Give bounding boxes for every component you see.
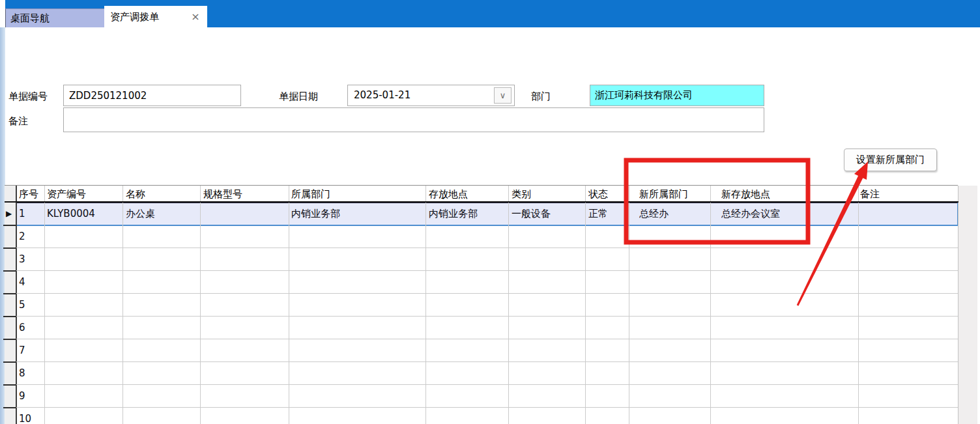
grid-cell[interactable]: 9 — [19, 385, 44, 408]
doc-no-label: 单据编号 — [8, 91, 48, 103]
grid-hline — [16, 407, 958, 408]
column-header-9[interactable]: 新存放地点 — [721, 186, 858, 203]
grid-cell[interactable]: 内销业务部 — [429, 203, 508, 225]
row-selector-gutter[interactable] — [5, 203, 16, 424]
column-header-6[interactable]: 类别 — [512, 186, 585, 203]
grid-vline — [200, 186, 201, 424]
tab-desktop-navigation[interactable]: 桌面导航 — [5, 8, 104, 27]
grid-vline — [289, 186, 289, 424]
tab-asset-transfer-label: 资产调拨单 — [110, 11, 159, 23]
gutter-separator — [3, 293, 16, 294]
grid-cell[interactable]: 正常 — [588, 203, 628, 225]
column-header-4[interactable]: 所属部门 — [291, 186, 425, 203]
grid-hline — [16, 293, 958, 294]
column-header-7[interactable]: 状态 — [588, 186, 629, 203]
grid-cell[interactable]: 总经办 — [639, 203, 710, 225]
grid-hline — [16, 361, 958, 362]
grid-vline — [425, 186, 426, 424]
grid-hline — [16, 384, 958, 385]
grid-hline — [16, 247, 958, 248]
grid-hline — [16, 316, 958, 317]
row-marker-icon[interactable]: ▶ — [6, 203, 16, 225]
grid-cell[interactable]: 1 — [19, 203, 44, 225]
gutter-separator — [3, 407, 16, 408]
grid-cell[interactable]: 5 — [19, 294, 44, 317]
column-header-5[interactable]: 存放地点 — [429, 186, 508, 203]
grid-cell[interactable]: 总经办会议室 — [721, 203, 857, 225]
grid-cell[interactable]: 内销业务部 — [291, 203, 425, 225]
column-header-2[interactable]: 名称 — [126, 186, 200, 203]
set-new-department-button[interactable]: 设置新所属部门 — [844, 148, 937, 171]
column-header-0[interactable]: 序号 — [19, 186, 44, 203]
grid-cell[interactable]: 一般设备 — [512, 203, 584, 225]
grid-cell[interactable]: 8 — [19, 362, 44, 385]
gutter-separator — [3, 316, 16, 317]
grid-vline — [44, 186, 45, 424]
grid-cell[interactable]: 4 — [19, 271, 44, 294]
grid-cell[interactable]: 3 — [19, 248, 44, 271]
doc-date-combobox[interactable]: 2025-01-21 ∨ — [347, 85, 515, 106]
gutter-separator — [3, 339, 16, 340]
remarks-input[interactable] — [63, 107, 764, 132]
gutter-separator — [3, 247, 16, 249]
doc-date-value: 2025-01-21 — [354, 85, 411, 106]
doc-date-label: 单据日期 — [279, 91, 318, 103]
grid-vline — [508, 186, 509, 424]
remarks-label: 备注 — [8, 115, 28, 128]
grid-cell[interactable]: 6 — [19, 317, 44, 339]
gutter-separator — [3, 270, 16, 272]
doc-no-input[interactable] — [63, 85, 241, 106]
tab-asset-transfer-order[interactable]: 资产调拨单 × — [104, 6, 207, 27]
column-header-1[interactable]: 资产编号 — [47, 186, 122, 203]
grid-cell[interactable]: 办公桌 — [126, 203, 199, 225]
grid-vline — [629, 186, 629, 424]
column-header-10[interactable]: 备注 — [860, 186, 958, 203]
grid-cell[interactable]: 10 — [19, 408, 44, 424]
asset-grid: 序号资产编号名称规格型号所属部门存放地点类别状态新所属部门新存放地点备注1KLY… — [0, 0, 980, 424]
dept-label: 部门 — [531, 91, 551, 103]
app-window: 桌面导航 资产调拨单 × 单据编号 单据日期 2025-01-21 ∨ 部门 备… — [0, 0, 980, 424]
dept-input[interactable] — [590, 85, 764, 106]
grid-cell[interactable]: KLYB0004 — [47, 203, 122, 225]
grid-right-gutter — [958, 186, 977, 424]
grid-vline — [585, 186, 586, 424]
close-icon[interactable]: × — [189, 6, 202, 27]
grid-vline — [858, 186, 859, 424]
grid-cell[interactable]: 2 — [19, 225, 44, 248]
column-header-3[interactable]: 规格型号 — [203, 186, 289, 203]
grid-corner-cell — [5, 186, 16, 203]
gutter-separator — [3, 384, 16, 386]
chevron-down-icon[interactable]: ∨ — [494, 87, 512, 104]
grid-vline — [122, 186, 123, 424]
gutter-separator — [3, 361, 16, 363]
grid-vline — [710, 186, 711, 424]
grid-hline — [16, 339, 958, 339]
header-bottom-border — [5, 201, 958, 203]
grid-cell[interactable]: 7 — [19, 339, 44, 362]
grid-hline — [16, 270, 958, 271]
column-header-8[interactable]: 新所属部门 — [639, 186, 710, 203]
